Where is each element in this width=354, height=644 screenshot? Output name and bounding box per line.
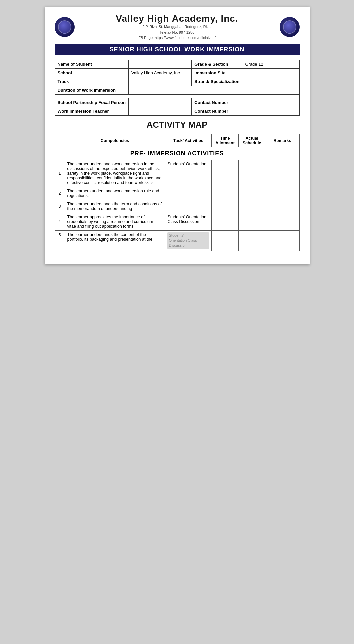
row-3-actual — [238, 200, 265, 213]
immersion-site-value — [242, 68, 299, 77]
teacher-value — [128, 107, 191, 115]
row-2-num: 2 — [55, 187, 65, 200]
info-row-name: Name of Student Grade & Section Grade 12 — [55, 60, 299, 68]
activity-row-5: 5 The learner understands the content of… — [55, 230, 299, 251]
row-5-num: 5 — [55, 230, 65, 251]
pre-immersion-header-row: PRE- IMMERSION ACTIVITIES — [55, 147, 299, 160]
info-table: Name of Student Grade & Section Grade 12… — [55, 60, 300, 116]
focal-label: School Partnership Focal Person — [55, 98, 128, 107]
logo-right — [280, 17, 300, 37]
row-4-task: Students' Orientation Class Discussion — [165, 213, 212, 230]
strand-label: Strand/ Specialization — [192, 77, 242, 86]
row-3-competency: The learner understands the term and con… — [65, 200, 165, 213]
contact-value-1 — [242, 98, 299, 107]
info-row-focal: School Partnership Focal Person Contact … — [55, 98, 299, 107]
row-2-actual — [238, 187, 265, 200]
info-row-track: Track Strand/ Specialization — [55, 77, 299, 86]
info-row-empty — [55, 94, 299, 98]
logo-inner-left — [58, 20, 71, 34]
info-row-teacher: Work Immersion Teacher Contact Number — [55, 107, 299, 115]
row-4-remarks — [265, 213, 299, 230]
school-value: Valley High Academy, Inc. — [128, 68, 191, 77]
row-1-actual — [238, 160, 265, 187]
activity-row-3: 3 The learner understands the term and c… — [55, 200, 299, 213]
title-bar: SENIOR HIGH SCHOOL WORK IMMERSION — [55, 44, 300, 55]
strand-value — [242, 77, 299, 86]
contact-label-1: Contact Number — [192, 98, 242, 107]
row-1-num: 1 — [55, 160, 65, 187]
info-row-duration: Duration of Work Immersion — [55, 86, 299, 94]
row-5-time — [212, 230, 239, 251]
pre-immersion-header: PRE- IMMERSION ACTIVITIES — [55, 147, 299, 160]
row-2-competency: The learners understand work immersion r… — [65, 187, 165, 200]
row-3-task — [165, 200, 212, 213]
row-4-num: 4 — [55, 213, 65, 230]
contact-value-2 — [242, 107, 299, 115]
row-1-time — [212, 160, 239, 187]
row-2-remarks — [265, 187, 299, 200]
col-num — [55, 134, 65, 147]
contact-label-2: Contact Number — [192, 107, 242, 115]
col-remarks: Remarks — [265, 134, 299, 147]
col-task: Task/ Activities — [165, 134, 212, 147]
row-5-remarks — [265, 230, 299, 251]
track-label: Track — [55, 77, 128, 86]
header-text: Valley High Academy, Inc. J.P. Rizal St.… — [75, 13, 280, 41]
teacher-label: Work Immersion Teacher — [55, 107, 128, 115]
col-time: Time Allotment — [212, 134, 239, 147]
activity-map-title: ACTIVITY MAP — [55, 120, 300, 130]
row-3-remarks — [265, 200, 299, 213]
row-1-task: Students' Orientation — [165, 160, 212, 187]
school-fb: FB Page: https://www.facebook.com/offici… — [78, 35, 276, 41]
col-competencies: Competencies — [65, 134, 165, 147]
col-actual: Actual Schedule — [238, 134, 265, 147]
row-3-num: 3 — [55, 200, 65, 213]
row-2-task — [165, 187, 212, 200]
name-value — [128, 60, 191, 68]
blurred-task-5: Students'Orientation ClassDiscussion — [167, 232, 209, 249]
title-bar-label: SENIOR HIGH SCHOOL WORK IMMERSION — [110, 46, 245, 53]
row-1-competency: The learner understands work immersion i… — [65, 160, 165, 187]
grade-label: Grade & Section — [192, 60, 242, 68]
row-2-time — [212, 187, 239, 200]
track-value — [128, 77, 191, 86]
duration-label: Duration of Work Immersion — [55, 86, 128, 94]
activity-table: Competencies Task/ Activities Time Allot… — [55, 134, 300, 251]
row-4-actual — [238, 213, 265, 230]
page: Valley High Academy, Inc. J.P. Rizal St.… — [45, 7, 310, 264]
school-label: School — [55, 68, 128, 77]
row-5-task: Students'Orientation ClassDiscussion — [165, 230, 212, 251]
row-5-competency: The learner understands the content of t… — [65, 230, 165, 251]
school-name: Valley High Academy, Inc. — [78, 13, 276, 24]
immersion-site-label: Immersion Site — [192, 68, 242, 77]
school-address: J.P. Rizal St. Manggahan Rodriguez, Riza… — [78, 24, 276, 30]
activity-row-1: 1 The learner understands work immersion… — [55, 160, 299, 187]
school-telefax: Telefax No. 997-1286 — [78, 30, 276, 35]
focal-value — [128, 98, 191, 107]
row-1-remarks — [265, 160, 299, 187]
grade-value: Grade 12 — [242, 60, 299, 68]
row-3-time — [212, 200, 239, 213]
logo-inner-right — [283, 20, 296, 34]
logo-left — [55, 17, 75, 37]
header: Valley High Academy, Inc. J.P. Rizal St.… — [55, 13, 300, 41]
duration-value — [128, 86, 299, 94]
activity-header-row: Competencies Task/ Activities Time Allot… — [55, 134, 299, 147]
info-row-school: School Valley High Academy, Inc. Immersi… — [55, 68, 299, 77]
row-4-time — [212, 213, 239, 230]
activity-row-2: 2 The learners understand work immersion… — [55, 187, 299, 200]
activity-row-4: 4 The learner appreciates the importance… — [55, 213, 299, 230]
name-label: Name of Student — [55, 60, 128, 68]
row-5-actual — [238, 230, 265, 251]
row-4-competency: The learner appreciates the importance o… — [65, 213, 165, 230]
